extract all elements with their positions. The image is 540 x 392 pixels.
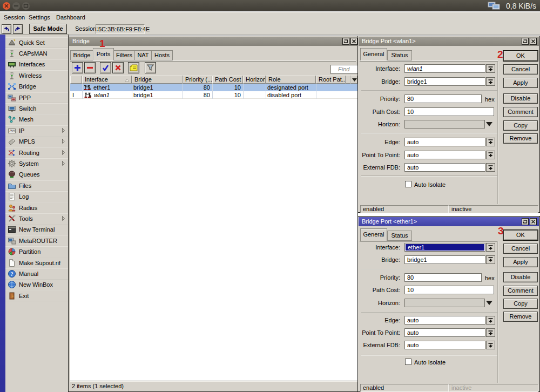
svg-text:?: ? bbox=[11, 271, 14, 277]
svg-text:255: 255 bbox=[9, 129, 15, 133]
